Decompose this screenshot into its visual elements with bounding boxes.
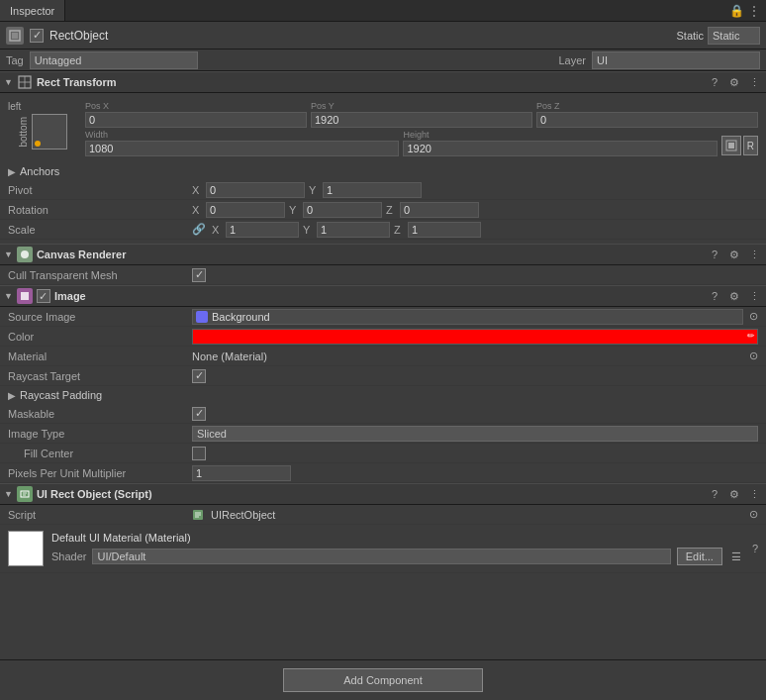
raycast-padding-label: Raycast Padding	[20, 389, 102, 401]
color-field[interactable]: ✏	[192, 329, 758, 345]
shader-dropdown[interactable]: UI/Default	[92, 549, 670, 564]
source-image-picker[interactable]: ⊙	[749, 310, 758, 323]
pivot-x-axis: X	[192, 184, 202, 196]
static-dropdown[interactable]: Static Dynamic	[708, 27, 760, 45]
maskable-checkbox[interactable]	[192, 407, 206, 421]
rot-z-input[interactable]	[400, 202, 479, 218]
scale-x-axis: X	[212, 224, 222, 236]
rot-y-input[interactable]	[303, 202, 382, 218]
rotation-label: Rotation	[8, 204, 186, 216]
default-material-row: Default UI Material (Material) Shader UI…	[0, 525, 766, 573]
inspector-tab[interactable]: Inspector	[0, 0, 65, 21]
cull-checkbox[interactable]	[192, 268, 206, 282]
lock-icon[interactable]: 🔒	[729, 4, 744, 18]
anchors-row: ▶ Anchors	[0, 162, 766, 180]
scale-y-input[interactable]	[317, 222, 390, 238]
width-input[interactable]	[85, 141, 399, 156]
width-label: Width	[85, 130, 399, 140]
inspector-tab-label: Inspector	[10, 5, 54, 17]
script-picker[interactable]: ⊙	[749, 508, 758, 521]
script-file-icon	[192, 509, 204, 521]
image-icon	[17, 288, 33, 304]
script-header: ▼ UI Rect Object (Script) ? ⚙ ⋮	[0, 483, 766, 505]
script-menu[interactable]: ⋮	[746, 486, 762, 502]
add-component-button[interactable]: Add Component	[283, 668, 483, 692]
rect-transform-body: left bottom Pos X	[0, 93, 766, 244]
source-image-label: Source Image	[8, 311, 186, 323]
tag-layer-row: Tag Untagged Layer UI	[0, 50, 766, 71]
canvas-menu[interactable]: ⋮	[746, 247, 762, 262]
rot-z-axis: Z	[386, 204, 396, 216]
layer-dropdown[interactable]: UI	[592, 51, 760, 69]
anchors-caret[interactable]: ▶	[8, 166, 16, 177]
tag-dropdown[interactable]: Untagged	[30, 51, 198, 69]
rect-transform-menu[interactable]: ⋮	[746, 74, 762, 90]
canvas-renderer-icon	[17, 247, 33, 262]
anchor-square	[32, 114, 67, 150]
r-button[interactable]: R	[743, 136, 758, 155]
blueprint-btn[interactable]	[721, 136, 741, 155]
rect-transform-caret[interactable]: ▼	[4, 77, 13, 87]
maskable-row: Maskable	[0, 404, 766, 424]
color-label: Color	[8, 331, 186, 343]
add-component-bar: Add Component	[0, 659, 766, 700]
pivot-label: Pivot	[8, 184, 186, 196]
object-icon	[6, 27, 24, 45]
pos-x-input[interactable]	[85, 112, 307, 128]
material-label: Material	[8, 350, 186, 362]
rotation-row: Rotation X Y Z	[0, 200, 766, 220]
image-caret[interactable]: ▼	[4, 291, 13, 301]
tab-menu-icon[interactable]: ⋮	[748, 4, 760, 18]
cull-row: Cull Transparent Mesh	[0, 265, 766, 285]
scale-x-input[interactable]	[226, 222, 299, 238]
canvas-renderer-icons: ? ⚙ ⋮	[707, 247, 762, 262]
material-prop-row: Material None (Material) ⊙	[0, 347, 766, 366]
static-area: Static Static Dynamic	[676, 27, 760, 45]
image-settings[interactable]: ⚙	[726, 288, 742, 304]
canvas-settings[interactable]: ⚙	[726, 247, 742, 262]
script-settings[interactable]: ⚙	[726, 486, 742, 502]
anchor-dot	[35, 141, 41, 147]
canvas-help[interactable]: ?	[707, 247, 722, 262]
edit-button[interactable]: Edit...	[677, 548, 722, 565]
material-picker[interactable]: ⊙	[749, 350, 758, 362]
image-type-dropdown[interactable]: Sliced Simple Tiled Filled	[192, 426, 758, 442]
pivot-y-input[interactable]	[323, 182, 422, 198]
color-edit-icon: ✏	[747, 331, 755, 341]
height-input[interactable]	[403, 141, 717, 156]
pivot-x-input[interactable]	[206, 182, 305, 198]
pos-y-input[interactable]	[311, 112, 532, 128]
raycast-target-checkbox[interactable]	[192, 369, 206, 383]
material-menu-icon[interactable]: ☰	[728, 549, 744, 564]
rect-transform-settings[interactable]: ⚙	[726, 74, 742, 90]
scale-z-input[interactable]	[408, 222, 481, 238]
tab-bar: Inspector 🔒 ⋮	[0, 0, 766, 22]
pivot-row: Pivot X Y	[0, 180, 766, 200]
raycast-padding-caret[interactable]: ▶	[8, 390, 16, 401]
layer-label: Layer	[558, 54, 586, 66]
anchor-side-label: bottom	[18, 117, 29, 148]
canvas-renderer-caret[interactable]: ▼	[4, 250, 13, 259]
rot-x-input[interactable]	[206, 202, 285, 218]
image-active-checkbox[interactable]	[37, 289, 50, 303]
scale-row: Scale 🔗 X Y Z	[0, 220, 766, 240]
cull-label: Cull Transparent Mesh	[8, 269, 186, 281]
scale-link-icon: 🔗	[192, 223, 206, 236]
pixels-per-unit-input[interactable]	[192, 465, 291, 481]
rt-fields: Pos X Pos Y Pos Z	[85, 101, 758, 158]
script-caret[interactable]: ▼	[4, 489, 13, 499]
pivot-y-axis: Y	[309, 184, 319, 196]
material-help[interactable]: ?	[752, 543, 758, 554]
image-menu[interactable]: ⋮	[746, 288, 762, 304]
script-icon	[17, 486, 33, 502]
active-checkbox[interactable]	[30, 29, 44, 43]
pos-x-label: Pos X	[85, 101, 307, 111]
image-type-label: Image Type	[8, 428, 186, 440]
pos-z-input[interactable]	[536, 112, 758, 128]
rect-transform-help[interactable]: ?	[707, 74, 722, 90]
image-help[interactable]: ?	[707, 288, 722, 304]
script-help[interactable]: ?	[707, 486, 722, 502]
fill-center-checkbox[interactable]	[192, 447, 206, 460]
source-image-field[interactable]: Background	[192, 309, 743, 325]
pos-z-label: Pos Z	[536, 101, 758, 111]
